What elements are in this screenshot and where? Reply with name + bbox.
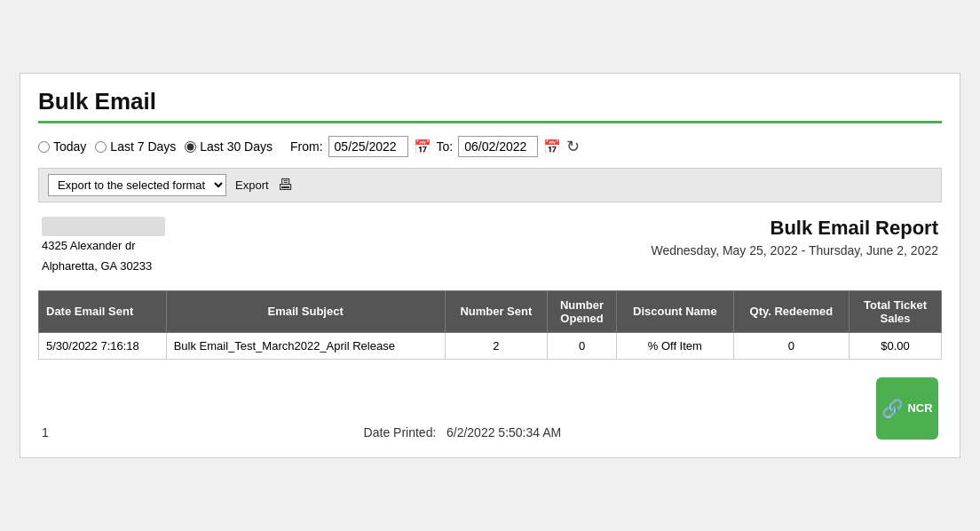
report-left: Store_NFL_March2022 4325 Alexander dr Al… (42, 217, 165, 275)
ncr-label: NCR (907, 401, 932, 415)
ncr-circle-icon: 🔗 (881, 398, 904, 419)
report-title: Bulk Email Report (652, 217, 939, 240)
col-number-sent: Number Sent (445, 290, 547, 332)
from-label: From: (290, 139, 323, 154)
last7-radio[interactable] (95, 141, 107, 153)
cell-date-sent: 5/30/2022 7:16:18 (39, 332, 167, 359)
ncr-logo: 🔗 NCR (876, 377, 938, 440)
page-title: Bulk Email (38, 88, 942, 115)
bulk-email-table: Date Email Sent Email Subject Number Sen… (38, 290, 942, 360)
col-discount-name: Discount Name (617, 290, 734, 332)
export-button[interactable]: Export (235, 178, 269, 192)
cell-email-subject: Bulk Email_Test_March2022_April Release (166, 332, 445, 359)
store-name-blurred: Store_NFL_March2022 (42, 217, 165, 236)
cell-qty-redeemed: 0 (733, 332, 850, 359)
address-line2: Alpharetta, GA 30233 (42, 257, 165, 276)
date-printed-label: Date Printed: (364, 425, 437, 440)
col-total-ticket-sales: Total TicketSales (850, 290, 942, 332)
col-date-email-sent: Date Email Sent (39, 290, 167, 332)
footer-row: 1 Date Printed: 6/2/2022 5:50:34 AM 🔗 NC… (38, 377, 942, 440)
export-format-select[interactable]: Export to the selected format (48, 174, 226, 196)
address-line1: 4325 Alexander dr (42, 236, 165, 256)
date-printed-value: 6/2/2022 5:50:34 AM (447, 425, 561, 440)
col-qty-redeemed: Qty. Redeemed (733, 290, 850, 332)
table-body: 5/30/2022 7:16:18 Bulk Email_Test_March2… (39, 332, 942, 359)
table-header-row: Date Email Sent Email Subject Number Sen… (39, 290, 942, 332)
report-date-range: Wednesday, May 25, 2022 - Thursday, June… (652, 243, 939, 258)
last7-radio-label[interactable]: Last 7 Days (95, 139, 176, 154)
refresh-icon[interactable]: ↻ (566, 137, 580, 156)
table-header: Date Email Sent Email Subject Number Sen… (39, 290, 942, 332)
from-calendar-icon[interactable]: 📅 (414, 139, 431, 155)
last7-label: Last 7 Days (110, 139, 176, 154)
col-number-opened: NumberOpened (548, 290, 617, 332)
table-row: 5/30/2022 7:16:18 Bulk Email_Test_March2… (39, 332, 942, 359)
to-date-input[interactable] (458, 136, 538, 157)
last30-label: Last 30 Days (200, 139, 273, 154)
filter-row: Today Last 7 Days Last 30 Days From: 📅 T… (38, 136, 942, 157)
last30-radio[interactable] (185, 141, 196, 153)
cell-number-opened: 0 (548, 332, 617, 359)
print-icon[interactable]: 🖶 (278, 176, 294, 194)
report-right: Bulk Email Report Wednesday, May 25, 202… (652, 217, 939, 258)
page-container: Bulk Email Today Last 7 Days Last 30 Day… (20, 73, 960, 457)
footer-date-printed: Date Printed: 6/2/2022 5:50:34 AM (49, 425, 876, 440)
cell-total-ticket-sales: $0.00 (850, 332, 942, 359)
date-section: From: 📅 To: 📅 ↻ (290, 136, 580, 157)
today-label: Today (53, 139, 86, 154)
cell-discount-name: % Off Item (617, 332, 734, 359)
from-date-input[interactable] (328, 136, 408, 157)
today-radio[interactable] (38, 141, 50, 153)
green-divider (38, 121, 942, 123)
today-radio-label[interactable]: Today (38, 139, 86, 154)
to-label: To: (437, 139, 454, 154)
col-email-subject: Email Subject (166, 290, 445, 332)
cell-number-sent: 2 (445, 332, 547, 359)
report-header: Store_NFL_March2022 4325 Alexander dr Al… (38, 217, 942, 275)
last30-radio-label[interactable]: Last 30 Days (185, 139, 273, 154)
export-bar: Export to the selected format Export 🖶 (38, 168, 942, 202)
page-number: 1 (42, 425, 49, 440)
to-calendar-icon[interactable]: 📅 (543, 139, 561, 155)
